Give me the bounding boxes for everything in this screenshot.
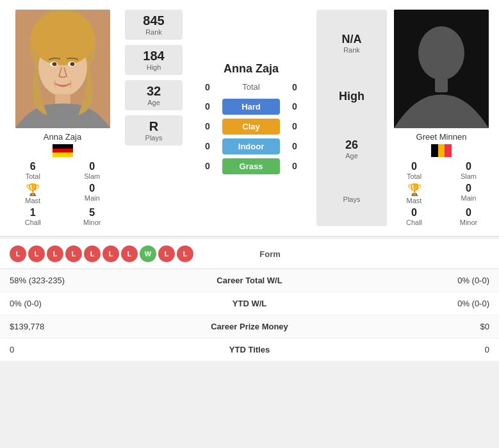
total-label: Total	[222, 82, 280, 92]
stats-left-2: $139,778	[10, 322, 170, 331]
rank-label: Rank	[131, 28, 176, 36]
svg-rect-16	[438, 144, 445, 157]
total-left-score: 0	[198, 82, 217, 92]
player-left-name: Anna Zaja	[44, 132, 81, 142]
form-ball-3: L	[65, 245, 82, 262]
svg-rect-9	[53, 144, 73, 149]
plays-value: R	[131, 119, 176, 134]
grass-badge: Grass	[222, 158, 280, 174]
indoor-badge: Indoor	[222, 138, 280, 154]
flag-left	[53, 144, 73, 157]
right-chall-label: Chall	[406, 219, 422, 226]
clay-right-score: 0	[285, 121, 304, 131]
form-ball-9: L	[177, 245, 193, 262]
stats-right-3: 0	[329, 345, 489, 354]
left-slam-value: 0	[89, 161, 95, 172]
svg-rect-14	[435, 78, 448, 92]
player-right: Greet Minnen 0 Total 0 Slam 🏆 Mast	[390, 10, 493, 226]
player-left-stats: 6 Total 0 Slam 🏆 Mast 0 Main 1 Chall 5 M…	[6, 161, 119, 226]
total-right-score: 0	[285, 82, 304, 92]
left-minor-label: Minor	[83, 219, 101, 226]
right-rank-box: N/A Rank High 26 Age Plays	[316, 10, 387, 226]
stats-center-1: YTD W/L	[170, 299, 330, 308]
stats-center-0: Career Total W/L	[170, 276, 330, 285]
stats-right-0: 0% (0-0)	[329, 276, 489, 285]
clay-left-score: 0	[198, 121, 217, 131]
left-slam-label: Slam	[84, 172, 100, 180]
player-right-stats: 0 Total 0 Slam 🏆 Mast 0 Main 0 Chall 0 M…	[390, 161, 493, 226]
left-mast-label: Mast	[25, 197, 40, 204]
flag-right	[431, 144, 452, 157]
right-rank-label: Rank	[323, 46, 380, 54]
indoor-right-score: 0	[285, 141, 304, 151]
grass-left-score: 0	[198, 161, 217, 171]
stats-center-3: YTD Titles	[170, 345, 330, 354]
right-mast-label: Mast	[407, 197, 422, 204]
hard-left-score: 0	[198, 101, 217, 112]
right-total-value: 0	[411, 161, 417, 172]
svg-point-3	[31, 12, 95, 65]
right-main-value: 0	[466, 183, 471, 194]
player-left-main-name: Anna Zaja	[192, 62, 310, 76]
svg-rect-17	[445, 144, 452, 157]
left-chall-value: 1	[30, 207, 36, 219]
clay-row: 0 Clay 0	[192, 119, 310, 135]
grass-right-score: 0	[285, 161, 304, 171]
clay-badge: Clay	[222, 119, 280, 135]
stats-right-1: 0% (0-0)	[329, 299, 489, 308]
form-ball-7: W	[140, 245, 156, 262]
right-total-label: Total	[407, 172, 421, 180]
stats-left-3: 0	[10, 345, 170, 354]
rank-box: 845 Rank	[125, 10, 183, 40]
stats-left-0: 58% (323-235)	[10, 276, 170, 285]
high-box: 184 High	[125, 45, 183, 75]
hard-badge: Hard	[222, 99, 280, 115]
left-main-label: Main	[85, 194, 100, 202]
right-rank-value: N/A	[323, 33, 380, 46]
svg-point-7	[70, 62, 74, 66]
form-ball-5: L	[102, 245, 119, 262]
high-label: High	[131, 63, 176, 71]
age-box: 32 Age	[125, 80, 183, 110]
player-right-name: Greet Minnen	[416, 132, 467, 142]
age-value: 32	[131, 84, 176, 99]
right-slam-label: Slam	[461, 172, 477, 180]
plays-box: R Plays	[125, 115, 183, 145]
indoor-row: 0 Indoor 0	[192, 138, 310, 154]
stats-row-2: $139,778 Career Prize Money $0	[0, 315, 499, 338]
svg-rect-10	[53, 149, 73, 153]
right-age-value: 26	[323, 138, 380, 152]
player-left: Anna Zaja 6 Total 0 Slam 🏆 Mast	[6, 10, 119, 226]
stats-right-2: $0	[329, 322, 489, 331]
form-ball-8: L	[158, 245, 175, 262]
left-minor-value: 5	[89, 207, 95, 219]
center-stats: 845 Rank 184 High 32 Age R Plays	[122, 10, 186, 226]
svg-rect-15	[431, 144, 438, 157]
right-high-value: High	[323, 90, 380, 103]
form-section: LLLLLLLWLL Form	[0, 239, 499, 269]
total-row: 0 Total 0	[192, 82, 310, 92]
left-main-value: 0	[89, 183, 95, 194]
right-plays-label: Plays	[323, 195, 380, 203]
svg-point-13	[418, 26, 464, 80]
right-chall-value: 0	[411, 207, 417, 219]
right-minor-label: Minor	[460, 219, 478, 226]
right-main-label: Main	[461, 194, 477, 202]
player-left-photo	[15, 10, 110, 128]
player-right-photo	[394, 10, 489, 128]
svg-rect-11	[53, 153, 73, 157]
right-slam-value: 0	[466, 161, 471, 172]
right-age-label: Age	[323, 152, 380, 160]
left-total-value: 6	[30, 161, 36, 172]
stats-row-3: 0 YTD Titles 0	[0, 338, 499, 361]
left-mast-trophy: 🏆	[26, 183, 40, 197]
left-chall-label: Chall	[25, 219, 41, 226]
stats-center-2: Career Prize Money	[170, 322, 330, 331]
rank-value: 845	[131, 13, 176, 28]
right-minor-value: 0	[466, 207, 471, 219]
right-mast-trophy: 🏆	[407, 183, 421, 197]
stats-row-1: 0% (0-0) YTD W/L 0% (0-0)	[0, 292, 499, 315]
indoor-left-score: 0	[198, 141, 217, 151]
stats-row-0: 58% (323-235) Career Total W/L 0% (0-0)	[0, 269, 499, 292]
form-label: Form	[199, 249, 341, 259]
